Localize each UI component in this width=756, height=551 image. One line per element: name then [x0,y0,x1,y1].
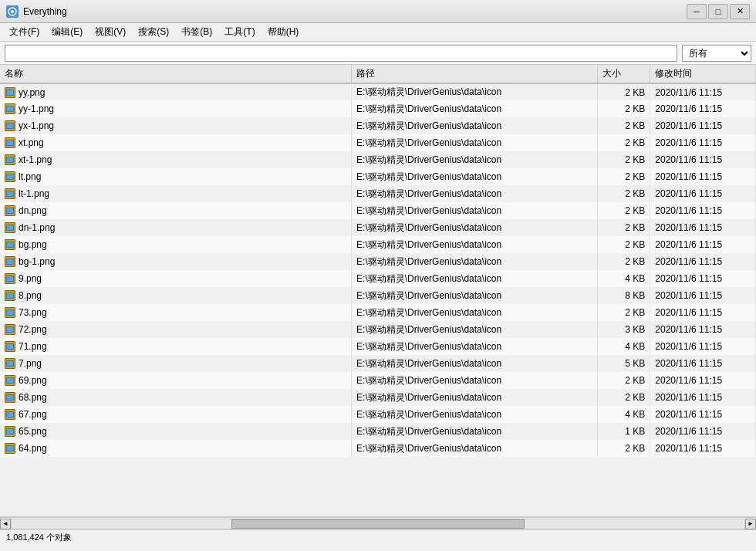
cell-path: E:\驱动精灵\DriverGenius\data\icon [352,440,598,457]
cell-size: 4 KB [597,270,650,287]
file-list-container[interactable]: 名称 路径 大小 修改时间 yy.pngE:\驱动精灵\DriverGenius… [0,65,756,517]
file-icon [5,188,15,199]
table-body: yy.pngE:\驱动精灵\DriverGenius\data\icon2 KB… [0,83,756,457]
file-icon [5,392,15,403]
file-icon [5,205,15,216]
menu-item-搜索(S)[interactable]: 搜索(S) [132,24,175,41]
cell-name: lt.png [0,168,352,185]
cell-path: E:\驱动精灵\DriverGenius\data\icon [352,100,598,117]
cell-date: 2020/11/6 11:15 [650,423,756,440]
cell-name: dn-1.png [0,219,352,236]
cell-name: yy-1.png [0,100,352,117]
cell-path: E:\驱动精灵\DriverGenius\data\icon [352,253,598,270]
cell-size: 5 KB [597,355,650,372]
table-row[interactable]: 69.pngE:\驱动精灵\DriverGenius\data\icon2 KB… [0,372,756,389]
file-icon [5,87,15,98]
cell-size: 4 KB [597,406,650,423]
table-row[interactable]: dn.pngE:\驱动精灵\DriverGenius\data\icon2 KB… [0,202,756,219]
col-header-name[interactable]: 名称 [0,65,352,83]
file-icon [5,222,15,233]
table-row[interactable]: lt-1.pngE:\驱动精灵\DriverGenius\data\icon2 … [0,185,756,202]
file-icon [5,443,15,454]
status-text: 1,081,424 个对象 [6,532,72,543]
table-row[interactable]: 72.pngE:\驱动精灵\DriverGenius\data\icon3 KB… [0,321,756,338]
maximize-button[interactable]: □ [708,4,728,19]
cell-date: 2020/11/6 11:15 [650,134,756,151]
file-icon [5,324,15,335]
cell-date: 2020/11/6 11:15 [650,440,756,457]
cell-date: 2020/11/6 11:15 [650,372,756,389]
cell-date: 2020/11/6 11:15 [650,151,756,168]
table-row[interactable]: xt.pngE:\驱动精灵\DriverGenius\data\icon2 KB… [0,134,756,151]
menu-item-工具(T)[interactable]: 工具(T) [218,24,261,41]
cell-name: bg-1.png [0,253,352,270]
cell-name: 69.png [0,372,352,389]
minimize-button[interactable]: ─ [687,4,707,19]
cell-name: xt-1.png [0,151,352,168]
close-button[interactable]: ✕ [730,4,750,19]
menu-item-编辑(E)[interactable]: 编辑(E) [46,24,89,41]
col-header-date[interactable]: 修改时间 [650,65,756,83]
filter-select[interactable]: 所有音频压缩包文档可执行文件图片视频 [682,45,751,62]
cell-date: 2020/11/6 11:15 [650,168,756,185]
cell-name: 67.png [0,406,352,423]
table-row[interactable]: xt-1.pngE:\驱动精灵\DriverGenius\data\icon2 … [0,151,756,168]
scroll-track[interactable] [11,519,745,529]
cell-path: E:\驱动精灵\DriverGenius\data\icon [352,219,598,236]
table-row[interactable]: 67.pngE:\驱动精灵\DriverGenius\data\icon4 KB… [0,406,756,423]
table-row[interactable]: yy.pngE:\驱动精灵\DriverGenius\data\icon2 KB… [0,83,756,100]
table-row[interactable]: 65.pngE:\驱动精灵\DriverGenius\data\icon1 KB… [0,423,756,440]
cell-path: E:\驱动精灵\DriverGenius\data\icon [352,372,598,389]
col-header-path[interactable]: 路径 [352,65,598,83]
menu-bar: 文件(F)编辑(E)视图(V)搜索(S)书签(B)工具(T)帮助(H) [0,23,756,42]
cell-path: E:\驱动精灵\DriverGenius\data\icon [352,321,598,338]
table-row[interactable]: 8.pngE:\驱动精灵\DriverGenius\data\icon8 KB2… [0,287,756,304]
table-row[interactable]: 7.pngE:\驱动精灵\DriverGenius\data\icon5 KB2… [0,355,756,372]
cell-size: 2 KB [597,83,650,100]
cell-path: E:\驱动精灵\DriverGenius\data\icon [352,355,598,372]
table-row[interactable]: lt.pngE:\驱动精灵\DriverGenius\data\icon2 KB… [0,168,756,185]
col-header-size[interactable]: 大小 [597,65,650,83]
file-icon [5,171,15,182]
cell-size: 2 KB [597,389,650,406]
horizontal-scrollbar[interactable]: ◄ ► [0,517,756,529]
table-row[interactable]: 71.pngE:\驱动精灵\DriverGenius\data\icon4 KB… [0,338,756,355]
table-row[interactable]: yy-1.pngE:\驱动精灵\DriverGenius\data\icon2 … [0,100,756,117]
table-row[interactable]: 73.pngE:\驱动精灵\DriverGenius\data\icon2 KB… [0,304,756,321]
search-input[interactable] [5,45,677,62]
menu-item-视图(V)[interactable]: 视图(V) [89,24,132,41]
file-icon [5,120,15,131]
file-icon [5,154,15,165]
menu-item-帮助(H)[interactable]: 帮助(H) [262,24,305,41]
file-icon [5,137,15,148]
cell-path: E:\驱动精灵\DriverGenius\data\icon [352,151,598,168]
table-row[interactable]: 68.pngE:\驱动精灵\DriverGenius\data\icon2 KB… [0,389,756,406]
scroll-right-button[interactable]: ► [745,519,756,529]
table-row[interactable]: bg.pngE:\驱动精灵\DriverGenius\data\icon2 KB… [0,236,756,253]
cell-size: 2 KB [597,202,650,219]
table-row[interactable]: dn-1.pngE:\驱动精灵\DriverGenius\data\icon2 … [0,219,756,236]
status-bar: 1,081,424 个对象 [0,529,756,545]
file-table: 名称 路径 大小 修改时间 yy.pngE:\驱动精灵\DriverGenius… [0,65,756,457]
cell-date: 2020/11/6 11:15 [650,287,756,304]
table-row[interactable]: bg-1.pngE:\驱动精灵\DriverGenius\data\icon2 … [0,253,756,270]
cell-name: bg.png [0,236,352,253]
scroll-left-button[interactable]: ◄ [0,519,11,529]
table-row[interactable]: 9.pngE:\驱动精灵\DriverGenius\data\icon4 KB2… [0,270,756,287]
cell-date: 2020/11/6 11:15 [650,219,756,236]
cell-date: 2020/11/6 11:15 [650,321,756,338]
file-icon [5,256,15,267]
menu-item-书签(B)[interactable]: 书签(B) [175,24,218,41]
cell-name: 64.png [0,440,352,457]
menu-item-文件(F)[interactable]: 文件(F) [3,24,46,41]
app-icon [6,5,19,18]
scroll-thumb[interactable] [231,519,525,529]
cell-size: 1 KB [597,423,650,440]
cell-path: E:\驱动精灵\DriverGenius\data\icon [352,185,598,202]
cell-name: 8.png [0,287,352,304]
cell-date: 2020/11/6 11:15 [650,355,756,372]
cell-date: 2020/11/6 11:15 [650,100,756,117]
table-row[interactable]: yx-1.pngE:\驱动精灵\DriverGenius\data\icon2 … [0,117,756,134]
app-title: Everything [23,6,687,17]
table-row[interactable]: 64.pngE:\驱动精灵\DriverGenius\data\icon2 KB… [0,440,756,457]
